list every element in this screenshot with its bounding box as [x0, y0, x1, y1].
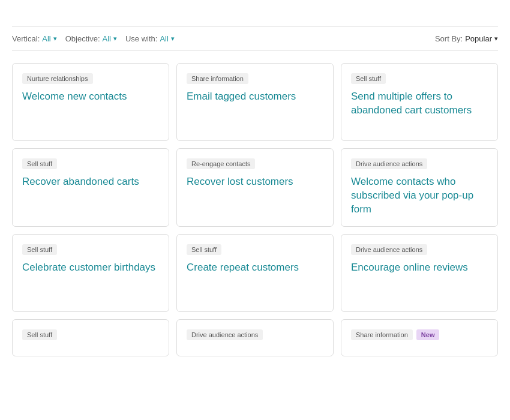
card-tag: Re-engage contacts: [187, 158, 255, 169]
chevron-down-icon: ▾: [494, 35, 498, 43]
cards-grid: Nurture relationshipsWelcome new contact…: [12, 63, 498, 356]
card-tag-row: Re-engage contacts: [187, 158, 323, 169]
card-item[interactable]: Sell stuffRecover abandoned carts: [12, 148, 169, 227]
card-tag-row: Sell stuff: [351, 73, 488, 84]
card-tag-row: Sell stuff: [22, 329, 159, 340]
card-item[interactable]: Sell stuffCelebrate customer birthdays: [12, 234, 169, 312]
sort-value: Popular: [465, 34, 492, 43]
card-tag-row: Drive audience actions: [351, 244, 488, 255]
card-item[interactable]: Drive audience actionsEncourage online r…: [341, 234, 498, 312]
filter-objective-label: Objective:: [65, 34, 100, 43]
card-tag: Sell stuff: [187, 244, 221, 255]
card-item[interactable]: Share informationEmail tagged customers: [176, 63, 334, 141]
filter-objective[interactable]: Objective: All ▾: [65, 33, 125, 44]
card-title: Encourage online reviews: [351, 261, 488, 275]
card-tag-row: Sell stuff: [22, 244, 159, 255]
chevron-down-icon: ▾: [53, 35, 57, 43]
sort-label: Sort By:: [435, 34, 463, 43]
card-title: Celebrate customer birthdays: [22, 261, 159, 275]
card-item[interactable]: Drive audience actionsWelcome contacts w…: [341, 148, 498, 227]
filter-objective-value: All: [103, 34, 111, 43]
card-tag: Share information: [187, 73, 248, 84]
card-item[interactable]: Sell stuff: [12, 319, 169, 356]
card-title: Create repeat customers: [187, 261, 323, 275]
card-tag-row: Sell stuff: [187, 244, 323, 255]
card-tag: Sell stuff: [22, 244, 57, 255]
card-tag: Drive audience actions: [351, 158, 427, 169]
card-tag: Sell stuff: [22, 329, 57, 340]
filter-vertical[interactable]: Vertical: All ▾: [12, 33, 65, 44]
card-title: Welcome contacts who subscribed via your…: [351, 175, 488, 217]
card-tag: Sell stuff: [351, 73, 386, 84]
chevron-down-icon: ▾: [171, 35, 175, 43]
card-item[interactable]: Drive audience actions: [176, 319, 334, 356]
new-badge: New: [416, 329, 440, 340]
filter-usewith-label: Use with:: [125, 34, 157, 43]
card-tag-row: Nurture relationships: [22, 73, 159, 84]
sort-selector[interactable]: Sort By: Popular ▾: [435, 34, 498, 43]
card-title: Recover lost customers: [187, 175, 323, 189]
filter-vertical-value: All: [42, 34, 50, 43]
card-tag: Nurture relationships: [22, 73, 93, 84]
card-title: Welcome new contacts: [22, 90, 159, 104]
card-tag-row: Drive audience actions: [187, 329, 323, 340]
card-title: Email tagged customers: [187, 90, 323, 104]
filters-bar: Vertical: All ▾ Objective: All ▾ Use wit…: [12, 26, 498, 51]
card-item[interactable]: Sell stuffSend multiple offers to abando…: [341, 63, 498, 141]
card-tag-row: Share information: [187, 73, 323, 84]
card-item[interactable]: Share informationNew: [341, 319, 498, 356]
card-tag: Sell stuff: [22, 158, 57, 169]
filter-usewith-value: All: [160, 34, 168, 43]
card-tag: Drive audience actions: [187, 329, 263, 340]
chevron-down-icon: ▾: [113, 35, 117, 43]
card-item[interactable]: Nurture relationshipsWelcome new contact…: [12, 63, 169, 141]
card-tag-row: Sell stuff: [22, 158, 159, 169]
card-tag: Share information: [351, 329, 413, 340]
filter-vertical-label: Vertical:: [12, 34, 40, 43]
card-item[interactable]: Sell stuffCreate repeat customers: [176, 234, 334, 312]
card-item[interactable]: Re-engage contactsRecover lost customers: [176, 148, 334, 227]
card-title: Recover abandoned carts: [22, 175, 159, 189]
card-tag: Drive audience actions: [351, 244, 427, 255]
filter-usewith[interactable]: Use with: All ▾: [125, 33, 183, 44]
card-title: Send multiple offers to abandoned cart c…: [351, 90, 488, 118]
card-tag-row: Drive audience actions: [351, 158, 488, 169]
card-tag-row: Share informationNew: [351, 329, 488, 340]
